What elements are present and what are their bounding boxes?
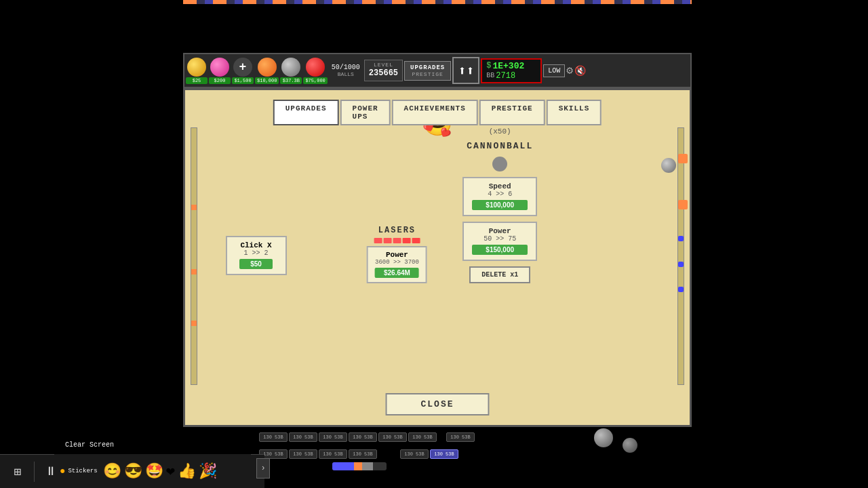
tab-skills[interactable]: SKILLS [547, 100, 602, 125]
money-box: $ 1E+302 BB 2718 [481, 58, 542, 83]
collapse-btn[interactable]: › [256, 458, 270, 479]
power-upgrade-card: Power 50 >> 75 $150,000 [462, 222, 537, 261]
grid-btn[interactable]: ⊞ [5, 464, 30, 479]
game-area: 🥰 UPGRADES POWER UPS ACHIEVEMENTS PRESTI… [183, 88, 692, 427]
chip-7[interactable]: 130 53B [446, 432, 475, 442]
laser-power-change: 3600 >> 3700 [375, 259, 419, 266]
power-change: 50 >> 75 [472, 235, 528, 243]
red-ball-price: $75,000 [303, 77, 327, 84]
click-title: Click X [234, 241, 279, 249]
grid-icon: ⊞ [14, 464, 22, 479]
power-cost-btn[interactable]: $150,000 [472, 245, 528, 255]
gray-ball-price: $37.3B [280, 77, 302, 84]
upgrade-multiplier: (x50) [489, 127, 511, 136]
laser-cost-btn[interactable]: $26.64M [375, 268, 419, 278]
click-card[interactable]: Click X 1 >> 2 $50 [226, 236, 287, 275]
delete-btn[interactable]: DELETE x1 [469, 266, 530, 283]
arrow-up-btn[interactable]: ⬆⬆ [452, 57, 479, 84]
upgrade-panel: (x50) CANNONBALL Speed 4 >> 6 $100,000 P… [462, 127, 537, 283]
launch-fill-orange [354, 462, 362, 470]
pink-ball-price: $200 [209, 77, 231, 84]
speed-change: 4 >> 6 [472, 190, 528, 198]
yellow-ball-btn[interactable]: $25 [186, 58, 208, 84]
chip-2[interactable]: 130 53B [289, 432, 317, 442]
pink-ball-btn[interactable]: $200 [209, 58, 231, 84]
tab-powerups[interactable]: POWER UPS [340, 100, 391, 125]
gray-ball-btn[interactable]: $37.3B [280, 58, 302, 84]
power-label: Power [472, 227, 528, 235]
chip-9[interactable]: 130 53B [289, 449, 317, 459]
low-btn[interactable]: LOW [543, 64, 565, 77]
chip-10[interactable]: 130 53B [319, 449, 347, 459]
sound-icon[interactable]: 🔇 [574, 65, 586, 77]
sticker-2[interactable]: 😎 [124, 462, 142, 481]
chip-1[interactable]: 130 53B [259, 432, 288, 442]
sticker-bar: ● Stickers 😊 😎 🤩 ❤️ 👍 🎉 [54, 454, 251, 488]
cannonball-preview [492, 157, 507, 171]
yellow-ball-price: $25 [186, 77, 208, 84]
top-bar: $25 $200 + $1,500 $10,000 $37.3B $75,000… [183, 53, 692, 88]
orange-ball-price: $10,000 [255, 77, 279, 84]
bouncing-balls [594, 428, 637, 451]
bb-label: BB [486, 72, 494, 79]
speed-cost-btn[interactable]: $100,000 [472, 200, 528, 210]
launch-fill-blue [332, 462, 354, 470]
bottom-chips-row2: 130 53B 130 53B 130 53B 130 53B 130 53B … [259, 449, 458, 459]
right-side-bar [677, 127, 684, 385]
lasers-title: LASERS [367, 226, 427, 235]
settings-icon[interactable]: ⚙ [566, 64, 573, 77]
sticker-4[interactable]: ❤️ [166, 462, 175, 481]
sticker-3[interactable]: 🤩 [145, 462, 163, 481]
tab-upgrades[interactable]: UPGRADES [273, 100, 339, 125]
dollar-icon: $ [486, 61, 491, 70]
balls-counter: 50/1000 BALLS [329, 64, 363, 77]
launch-bar [332, 462, 387, 470]
click-cost-btn[interactable]: $50 [239, 259, 273, 269]
laser-upgrade-card[interactable]: Power 3600 >> 3700 $26.64M [367, 246, 427, 283]
chip-5[interactable]: 130 53B [378, 432, 407, 442]
level-box: LEVEL 235665 [364, 60, 403, 81]
tab-prestige[interactable]: PRESTIGE [479, 100, 545, 125]
tab-achievements[interactable]: ACHIEVEMENTS [392, 100, 478, 125]
bb-value: 2718 [496, 71, 515, 81]
sticker-5[interactable]: 👍 [178, 462, 196, 481]
chip-11[interactable]: 130 53B [349, 449, 377, 459]
speed-label: Speed [472, 182, 528, 190]
chip-4[interactable]: 130 53B [349, 432, 377, 442]
laser-power-label: Power [375, 251, 419, 259]
orange-ball-btn[interactable]: $10,000 [255, 58, 279, 84]
lasers-panel: LASERS Power 3600 >> 3700 $26.64M [367, 226, 427, 283]
upgrades-prestige-btn[interactable]: UPGRADES PRESTIGE [404, 61, 451, 81]
speed-upgrade-card: Speed 4 >> 6 $100,000 [462, 177, 537, 216]
launch-fill-gray [362, 462, 373, 470]
clear-screen-tooltip: Clear Screen [60, 439, 119, 451]
red-ball-btn[interactable]: $75,000 [303, 58, 327, 84]
sticker-dot: ● [60, 466, 65, 476]
top-stripe [183, 0, 692, 4]
sticker-6[interactable]: 🎉 [199, 462, 217, 481]
chip-12[interactable]: 130 53B [400, 449, 429, 459]
chip-13-selected[interactable]: 130 53B [430, 449, 458, 459]
stickers-label: Stickers [68, 468, 97, 474]
upgrade-name: CANNONBALL [467, 141, 533, 151]
close-btn[interactable]: CLOSE [385, 393, 489, 415]
floating-ball-1 [661, 158, 676, 173]
sticker-1[interactable]: 😊 [103, 462, 121, 481]
taskbar-divider-1 [34, 462, 35, 482]
plus-ball-btn[interactable]: + $1,500 [232, 58, 254, 84]
click-change: 1 >> 2 [234, 249, 279, 257]
chip-3[interactable]: 130 53B [319, 432, 347, 442]
bottom-chips-row1: 130 53B 130 53B 130 53B 130 53B 130 53B … [259, 432, 475, 442]
left-side-bar [191, 127, 197, 385]
nav-tabs: UPGRADES POWER UPS ACHIEVEMENTS PRESTIGE… [273, 100, 601, 125]
money-value: 1E+302 [492, 61, 524, 71]
chip-6[interactable]: 130 53B [408, 432, 437, 442]
plus-ball-price: $1,500 [232, 77, 254, 84]
